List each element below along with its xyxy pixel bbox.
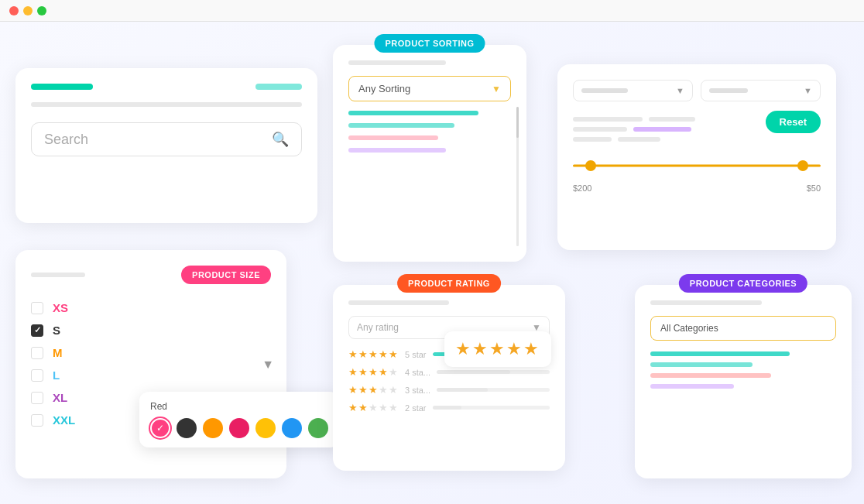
swatch-red[interactable]: ✓ xyxy=(150,418,170,438)
reset-button[interactable]: Reset xyxy=(766,111,821,133)
size-card-arrow: ▼ xyxy=(262,358,274,372)
color-tooltip-label: Red xyxy=(150,401,328,412)
rating-label-4: 4 sta... xyxy=(405,368,430,377)
checkbox-l[interactable] xyxy=(31,369,43,382)
rating-label-2: 2 star xyxy=(405,403,427,413)
check-icon-swatch: ✓ xyxy=(156,423,164,434)
size-m-label: M xyxy=(53,346,63,359)
sort-item-2 xyxy=(348,123,454,128)
size-item-m[interactable]: M xyxy=(31,341,271,364)
cat-top-bar xyxy=(650,300,762,305)
categories-select[interactable]: All Categories xyxy=(650,316,836,341)
checkbox-xs[interactable] xyxy=(31,302,43,314)
size-xxl-label: XXL xyxy=(53,413,75,427)
range-labels: $200 $50 xyxy=(573,183,821,193)
color-picker-area: Red ✓ xyxy=(139,392,339,447)
swatch-black[interactable] xyxy=(177,418,197,438)
checkbox-m[interactable] xyxy=(31,347,43,359)
rating-row-2: ★★★★★ 2 star xyxy=(348,402,550,413)
swatch-pink[interactable] xyxy=(229,418,249,438)
size-item-l[interactable]: L xyxy=(31,364,271,386)
size-card: PRODUCT SIZE XS ✓ S M L xyxy=(15,250,286,478)
price-dropdown-1-value xyxy=(581,88,628,93)
cat-list xyxy=(650,351,836,389)
price-bar-row-3 xyxy=(573,137,821,142)
teal-bar xyxy=(255,84,302,90)
rating-bar-3-wrap xyxy=(437,388,550,392)
price-bar-3 xyxy=(573,127,627,132)
stars-2: ★★★★★ xyxy=(348,402,399,413)
close-dot[interactable] xyxy=(9,6,19,15)
range-slider[interactable] xyxy=(573,154,821,177)
big-stars: ★★★★★ xyxy=(455,339,540,359)
sort-item-3 xyxy=(348,135,438,140)
stars-5: ★★★★★ xyxy=(348,348,399,360)
search-input-wrap[interactable]: Search 🔍 xyxy=(31,122,302,156)
categories-badge: PRODUCT CATEGORIES xyxy=(679,274,807,293)
minimize-dot[interactable] xyxy=(23,6,33,15)
sorting-card: PRODUCT SORTING Any Sorting ▼ xyxy=(333,45,526,262)
swatch-green[interactable] xyxy=(308,418,328,438)
price-dropdown-2-value xyxy=(709,88,748,93)
window-bar xyxy=(0,0,864,22)
checkbox-xl[interactable] xyxy=(31,392,43,404)
chevron-down-icon-1: ▼ xyxy=(676,86,684,95)
sort-item-4 xyxy=(348,148,446,153)
cat-bar-3 xyxy=(650,373,771,378)
rating-row-4: ★★★★★ 4 sta... xyxy=(348,366,550,378)
range-thumb-right[interactable] xyxy=(797,160,808,171)
size-item-s[interactable]: ✓ S xyxy=(31,319,271,341)
color-swatches: ✓ xyxy=(150,418,328,438)
range-track xyxy=(573,165,821,167)
chevron-down-icon: ▼ xyxy=(492,84,501,94)
price-dropdown-2[interactable]: ▼ xyxy=(701,80,821,101)
search-placeholder: Search xyxy=(44,132,272,148)
rating-bar-4 xyxy=(437,370,510,374)
range-thumb-left[interactable] xyxy=(585,160,596,171)
rating-card: PRODUCT RATING Any rating ▼ ★★★★★ ★★★★★ … xyxy=(333,285,565,471)
rating-bar-4-wrap xyxy=(437,370,550,374)
swatch-orange[interactable] xyxy=(203,418,223,438)
checkbox-xxl[interactable] xyxy=(31,414,43,427)
price-bar-5 xyxy=(573,137,612,142)
price-card: ▼ ▼ Reset xyxy=(557,64,836,250)
swatch-yellow[interactable] xyxy=(255,418,276,438)
sort-item-1 xyxy=(348,111,478,115)
size-card-header: PRODUCT SIZE xyxy=(31,266,271,284)
size-badge: PRODUCT SIZE xyxy=(181,266,271,284)
green-bar xyxy=(31,84,93,90)
search-icon: 🔍 xyxy=(272,131,289,148)
range-min-label: $200 xyxy=(573,183,591,193)
rating-badge: PRODUCT RATING xyxy=(397,274,501,293)
size-item-xs[interactable]: XS xyxy=(31,297,271,319)
range-max-label: $50 xyxy=(807,183,821,193)
cat-bar-1 xyxy=(650,351,790,356)
rating-top-bar xyxy=(348,300,449,305)
search-card-header xyxy=(31,84,302,90)
maximize-dot[interactable] xyxy=(37,6,46,15)
price-dropdowns: ▼ ▼ xyxy=(573,80,821,101)
price-bar-2 xyxy=(649,117,695,122)
cat-bar-4 xyxy=(650,384,734,389)
sorting-select[interactable]: Any Sorting ▼ xyxy=(348,76,511,101)
rating-row-3: ★★★★★ 3 sta... xyxy=(348,384,550,396)
size-s-label: S xyxy=(53,324,60,337)
price-bar-1 xyxy=(573,117,643,122)
price-bar-4 xyxy=(633,127,691,132)
search-card: Search 🔍 xyxy=(15,68,317,223)
rating-bar-2 xyxy=(433,406,462,410)
size-xs-label: XS xyxy=(53,301,68,314)
checkbox-s[interactable]: ✓ xyxy=(31,324,43,337)
size-title-bar xyxy=(31,273,85,277)
rating-bar-2-wrap xyxy=(433,406,550,410)
stars-4: ★★★★★ xyxy=(348,366,399,378)
swatch-blue[interactable] xyxy=(282,418,302,438)
rating-select-value: Any rating xyxy=(357,322,399,333)
sorting-top-bar xyxy=(348,60,446,65)
price-dropdown-1[interactable]: ▼ xyxy=(573,80,693,101)
sorting-badge: PRODUCT SORTING xyxy=(374,34,485,53)
stars-3: ★★★★★ xyxy=(348,384,399,396)
check-icon: ✓ xyxy=(34,325,41,335)
scroll-thumb[interactable] xyxy=(516,107,519,138)
size-l-label: L xyxy=(53,369,60,382)
